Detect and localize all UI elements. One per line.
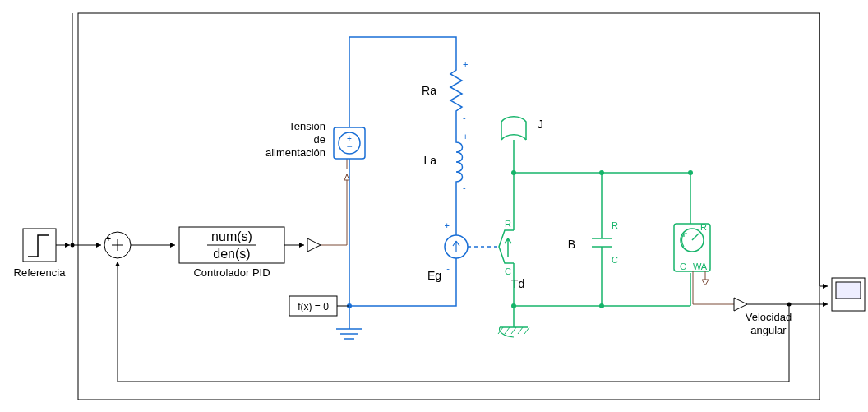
sensor-C: C [680, 262, 686, 271]
eg-plus: + [445, 220, 450, 230]
td-C: C [505, 266, 511, 276]
svg-line-26 [511, 327, 516, 334]
pid-label: Controlador PID [193, 266, 270, 279]
ra-plus: + [463, 59, 468, 69]
svg-line-25 [505, 327, 510, 334]
la-minus: - [463, 183, 466, 192]
sum-minus: − [122, 246, 129, 258]
svg-line-24 [498, 327, 503, 334]
reference-label: Referencia [14, 266, 67, 279]
rotational-emf-eg[interactable]: + - [349, 220, 468, 306]
tf-num: num(s) [211, 229, 252, 243]
electrical-ground[interactable] [336, 329, 362, 339]
inductor-la[interactable]: + - [456, 132, 468, 192]
sum-plus: + [106, 234, 111, 243]
output-label-1: Velocidad [746, 311, 792, 323]
b-R: R [612, 220, 618, 230]
inertia-j[interactable] [501, 117, 526, 140]
output-label-2: angular [750, 324, 787, 336]
ps-to-sl-converter[interactable] [734, 298, 747, 311]
td-R: R [505, 219, 511, 229]
sum-block[interactable]: + − [104, 232, 131, 258]
pid-controller-block[interactable]: num(s) den(s) [179, 227, 284, 263]
la-plus: + [463, 132, 468, 141]
step-reference-block[interactable] [23, 229, 56, 262]
j-label: J [538, 118, 543, 131]
vsrc-label-3: alimentación [265, 146, 326, 159]
eg-label: Eg [427, 269, 441, 282]
ra-minus: - [463, 113, 466, 123]
ra-label: Ra [422, 84, 436, 97]
solver-label: f(x) = 0 [298, 301, 329, 312]
svg-line-28 [524, 327, 529, 334]
b-label: B [568, 238, 575, 251]
sensor-A: A [701, 262, 708, 271]
resistor-ra[interactable]: + - [450, 59, 468, 123]
vsrc-minus: − [346, 141, 352, 152]
damper-b[interactable] [592, 173, 612, 306]
vsrc-label-2: de [314, 133, 326, 146]
svg-line-27 [518, 327, 523, 334]
controlled-voltage-source[interactable]: + − [334, 127, 365, 159]
torque-source-td[interactable] [499, 230, 514, 263]
vsrc-label-1: Tensión [289, 120, 326, 132]
mechanical-reference[interactable] [498, 306, 529, 337]
tf-den: den(s) [213, 247, 250, 261]
eg-minus: - [446, 263, 450, 273]
la-label: La [423, 154, 436, 167]
b-C: C [612, 255, 618, 265]
sensor-R: R [700, 222, 707, 232]
svg-rect-33 [836, 282, 861, 299]
svg-rect-0 [78, 13, 820, 400]
simulink-control-diagram: Referencia + − num(s) den(s) Controlador… [0, 0, 868, 412]
sl-to-ps-converter[interactable] [307, 238, 321, 252]
scope-block[interactable] [832, 278, 865, 311]
